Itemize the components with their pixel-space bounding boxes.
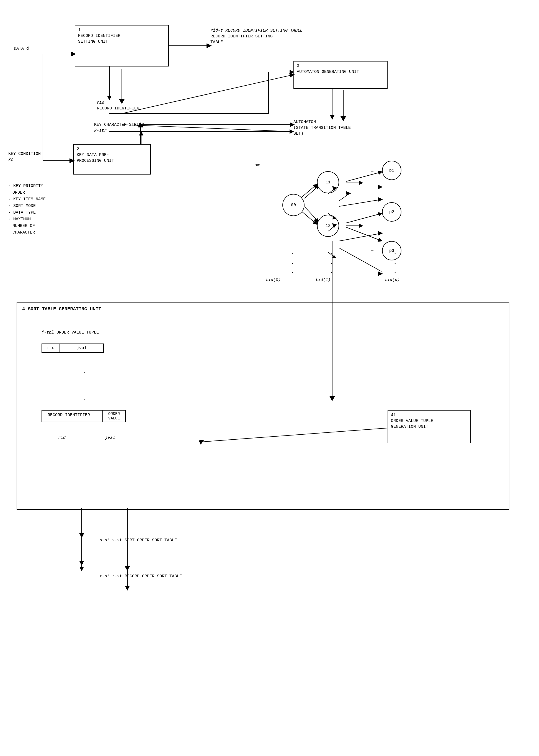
rid2-label: rid <box>58 435 66 441</box>
svg-line-59 <box>339 194 349 201</box>
svg-line-46 <box>122 125 293 132</box>
arrow-p1: → <box>371 169 373 175</box>
box2: 2 KEY DATA PRE- PROCESSING UNIT <box>73 144 151 174</box>
svg-line-71 <box>339 233 381 241</box>
svg-line-16 <box>346 172 382 181</box>
svg-marker-62 <box>378 197 383 202</box>
dots-2: · <box>291 259 294 268</box>
dots-8: · <box>393 259 397 268</box>
record-order-table: RECORD IDENTIFIER ORDERVALUE <box>41 410 126 422</box>
key-condition-label: KEY CONDITION kc <box>8 151 41 163</box>
box41: 41 ORDER VALUE TUPLE GENERATION UNIT <box>388 410 471 443</box>
dots-4: · <box>330 249 333 259</box>
svg-line-44 <box>122 75 293 114</box>
jval-cell-top: jval <box>60 344 103 352</box>
dots-9: · <box>393 268 397 278</box>
tid1-label: tid(1) <box>316 277 331 283</box>
j-tpl-label: j-tpl ORDER VALUE TUPLE <box>41 330 99 335</box>
node-p1: p1 <box>382 161 401 180</box>
tidp-label: tid(p) <box>385 277 400 283</box>
node-p2: p2 <box>382 202 401 222</box>
r-st-label: r-st r-st RECORD ORDER SORT TABLE <box>100 573 182 579</box>
rid-cell-top: rid <box>42 344 60 352</box>
automaton-label: AUTOMATON (STATE TRANSITION TABLE SET) <box>293 119 351 137</box>
mid-dot2: · <box>83 396 86 404</box>
key-condition-list: · KEY PRIORITY ORDER · KEY ITEM NAME · S… <box>8 183 46 236</box>
key-char-label: KEY CHARACTER STRING k-str <box>94 122 144 134</box>
svg-line-19 <box>346 227 382 241</box>
node-p3: p3 <box>382 241 401 260</box>
rid-t-label: rid-t RECORD IDENTIFIER SETTING TABLE RE… <box>210 28 303 45</box>
dots-3: · <box>291 268 294 278</box>
rid-jval-table-top: rid jval <box>41 343 104 353</box>
svg-line-57 <box>305 207 316 220</box>
unit4-title: 4 SORT TABLE GENERATING UNIT <box>22 306 101 313</box>
rid-label: rid RECORD IDENTIFIER <box>97 100 139 111</box>
node-12: 12 <box>317 215 339 237</box>
node-00: 00 <box>282 194 305 216</box>
dots-5: · <box>330 259 333 268</box>
record-identifier-cell: RECORD IDENTIFIER <box>42 411 103 422</box>
box3: 3 AUTOMATON GENERATING UNIT <box>293 61 388 89</box>
svg-marker-32 <box>124 566 130 571</box>
box1: 1 RECORD IDENTIFIER SETTING UNIT <box>75 25 169 66</box>
am-label: am <box>255 162 260 168</box>
jval2-label: jval <box>105 435 115 441</box>
svg-line-55 <box>305 188 316 198</box>
dots-6: · <box>330 268 333 278</box>
svg-line-14 <box>299 184 317 199</box>
tid0-label: tid(0) <box>266 277 281 283</box>
diagram: 1 RECORD IDENTIFIER SETTING UNIT rid-t R… <box>0 0 539 756</box>
svg-line-18 <box>346 213 382 223</box>
svg-marker-72 <box>378 231 383 236</box>
order-value-cell: ORDERVALUE <box>103 411 125 422</box>
svg-marker-30 <box>79 533 84 537</box>
svg-line-61 <box>339 199 381 206</box>
data-d-label: DATA d <box>14 46 29 51</box>
svg-marker-74 <box>378 271 383 276</box>
svg-marker-60 <box>346 191 351 196</box>
svg-line-73 <box>339 248 381 271</box>
dots-7: · <box>393 249 397 259</box>
arrow-p2: → <box>371 209 373 215</box>
node-11: 11 <box>317 171 339 193</box>
s-st-label: s-st s-st SORT ORDER SORT TABLE <box>100 537 177 543</box>
mid-dot: · <box>83 368 86 376</box>
dots-1: · <box>291 249 296 259</box>
arrow-p3: → <box>371 248 373 254</box>
